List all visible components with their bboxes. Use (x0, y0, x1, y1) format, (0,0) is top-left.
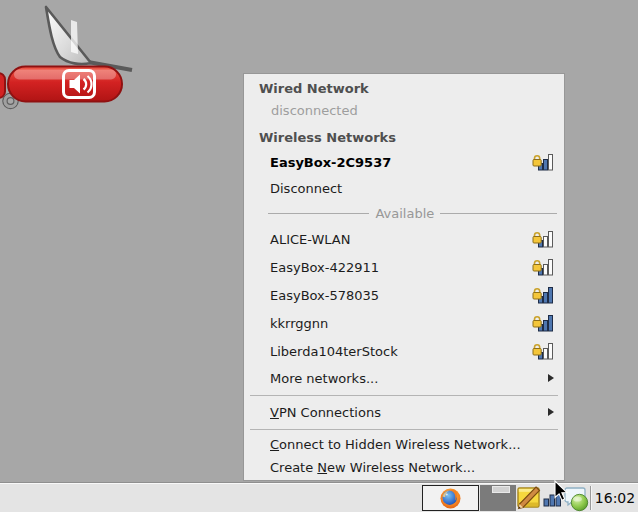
wifi-ssid-label: kkrrggnn (270, 316, 532, 331)
connect-hidden-label: Connect to Hidden Wireless Network... (270, 437, 521, 452)
knife-ring-inner (7, 98, 14, 105)
connected-ssid-label: EasyBox-2C9537 (270, 155, 532, 170)
connect-hidden-network-menu-item[interactable]: Connect to Hidden Wireless Network... (244, 433, 564, 456)
wifi-network-item[interactable]: kkrrggnn (244, 309, 564, 337)
signal-strength-icon (532, 341, 554, 361)
more-networks-menu-item[interactable]: More networks... (244, 365, 564, 391)
firefox-icon (439, 487, 462, 510)
create-new-network-menu-item[interactable]: Create New Wireless Network... (244, 456, 564, 479)
wifi-network-item[interactable]: ALICE-WLAN (244, 225, 564, 253)
network-manager-menu: Wired Network disconnected Wireless Netw… (243, 73, 565, 481)
workspace-switcher[interactable] (480, 485, 516, 511)
available-networks-list: ALICE-WLANEasyBox-422911EasyBox-578035kk… (244, 225, 564, 365)
disconnect-label: Disconnect (270, 181, 554, 196)
signal-strength-icon (532, 152, 554, 172)
create-new-label: Create New Wireless Network... (270, 460, 475, 475)
knife-tool-stub (0, 73, 5, 98)
signal-strength-icon (532, 313, 554, 333)
signal-strength-icon (532, 285, 554, 305)
swiss-knife-volume-logo (0, 0, 160, 120)
wired-network-header-label: Wired Network (259, 81, 369, 96)
wifi-ssid-label: EasyBox-578035 (270, 288, 532, 303)
panel-separator (590, 486, 591, 510)
wired-network-header: Wired Network (244, 77, 564, 99)
separator-line (440, 213, 557, 214)
pager-window-thumbnail (492, 486, 510, 493)
submenu-arrow-icon (548, 374, 554, 382)
wifi-network-item[interactable]: Liberda104terStock (244, 337, 564, 365)
mouse-cursor (551, 480, 569, 502)
wifi-network-item[interactable]: EasyBox-578035 (244, 281, 564, 309)
desktop: { "logo": { "icon": "swiss-knife-volume-… (0, 0, 638, 512)
blade-highlight (71, 20, 78, 54)
firefox-task-button[interactable] (422, 485, 479, 511)
signal-strength-icon (532, 229, 554, 249)
available-label: Available (375, 206, 434, 221)
wired-status-label: disconnected (271, 103, 358, 118)
more-networks-label: More networks... (270, 371, 548, 386)
taskbar: 16:02 (0, 482, 638, 512)
signal-strength-icon (532, 257, 554, 277)
wifi-network-item[interactable]: EasyBox-422911 (244, 253, 564, 281)
vpn-connections-menu-item[interactable]: VPN Connections (244, 399, 564, 425)
knife-blade (46, 7, 91, 64)
connected-network-item[interactable]: EasyBox-2C9537 (244, 149, 564, 175)
wired-network-status: disconnected (244, 99, 564, 121)
available-separator: Available (244, 201, 564, 225)
menu-separator (244, 391, 564, 399)
separator-line (268, 213, 369, 214)
disconnect-menu-item[interactable]: Disconnect (244, 175, 564, 201)
wifi-ssid-label: ALICE-WLAN (270, 232, 532, 247)
wireless-networks-header-label: Wireless Networks (259, 130, 396, 145)
menu-separator (244, 425, 564, 433)
signal-strength-icon (532, 152, 554, 172)
submenu-arrow-icon (548, 408, 554, 416)
wireless-networks-header: Wireless Networks (244, 125, 564, 149)
vpn-connections-label: VPN Connections (270, 405, 548, 420)
panel-clock[interactable]: 16:02 (592, 483, 638, 512)
wifi-ssid-label: Liberda104terStock (270, 344, 532, 359)
sticky-note-icon[interactable] (517, 486, 541, 510)
wifi-ssid-label: EasyBox-422911 (270, 260, 532, 275)
